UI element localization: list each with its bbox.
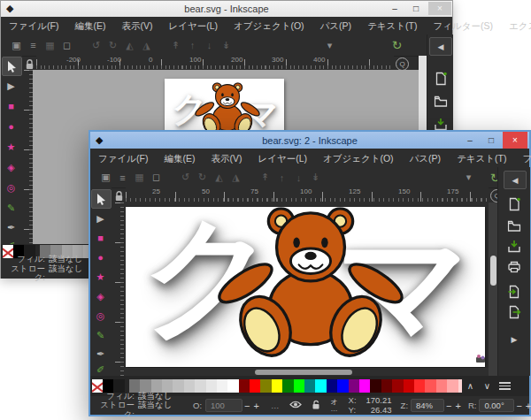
selector-tool[interactable]: [91, 189, 112, 209]
palette-swatch[interactable]: [359, 379, 370, 393]
select-all-icon[interactable]: ▣: [97, 172, 114, 183]
scrollbar-thumb[interactable]: [490, 256, 496, 286]
stroke-value[interactable]: 該当なし: [49, 264, 82, 283]
palette-swatch[interactable]: [173, 379, 183, 393]
menu-extensions[interactable]: エクステンション(N): [501, 17, 531, 34]
collapse-panel-button[interactable]: ◀: [429, 37, 452, 56]
menu-filters[interactable]: フィルター(S): [515, 149, 531, 167]
dropdown-icon[interactable]: ▾: [321, 40, 338, 51]
menu-path[interactable]: パス(P): [312, 17, 360, 34]
rectangle-tool[interactable]: ■: [2, 97, 20, 115]
open-document-icon[interactable]: [434, 95, 447, 111]
menu-filters[interactable]: フィルター(S): [426, 17, 501, 34]
menu-text[interactable]: テキスト(T): [359, 17, 425, 34]
cms-toggle-icon[interactable]: [475, 351, 486, 367]
minimize-button[interactable]: –: [460, 134, 480, 147]
maximize-button[interactable]: □: [406, 2, 426, 15]
rotate-cw-icon[interactable]: ↻: [194, 172, 211, 183]
deselect-icon[interactable]: ▦: [131, 172, 148, 183]
palette-swatch[interactable]: [294, 379, 304, 393]
palette-swatch[interactable]: [184, 379, 195, 393]
palette-swatch[interactable]: [250, 379, 260, 393]
palette-swatch[interactable]: [447, 379, 458, 393]
palette-swatch[interactable]: [315, 379, 326, 393]
layer-lock-icon[interactable]: [311, 400, 321, 412]
vertical-ruler[interactable]: [112, 202, 125, 376]
calligraphy-tool[interactable]: ✒: [2, 218, 20, 236]
flip-horizontal-icon[interactable]: ◭: [211, 172, 227, 183]
zoom-plus-button[interactable]: +: [453, 401, 462, 411]
ellipse-tool[interactable]: ●: [2, 118, 20, 135]
select-all-layers-icon[interactable]: ≡: [114, 172, 131, 183]
save-document-icon[interactable]: [508, 240, 521, 256]
rotate-document-icon[interactable]: ↻: [389, 38, 405, 52]
menu-object[interactable]: オブジェクト(O): [226, 17, 312, 34]
canvas-area[interactable]: ク マ: [124, 202, 489, 376]
palette-swatch[interactable]: [195, 379, 205, 393]
palette-swatch[interactable]: [404, 379, 414, 393]
star-tool[interactable]: ★: [2, 138, 20, 156]
pencil-tool[interactable]: ✎: [91, 326, 110, 344]
raise-icon[interactable]: ↑: [184, 40, 201, 50]
palette-swatch[interactable]: [425, 379, 435, 393]
palette-swatch[interactable]: [304, 379, 315, 393]
raise-to-top-icon[interactable]: ↟: [167, 40, 184, 51]
palette-swatch[interactable]: [272, 379, 282, 393]
palette-swatch[interactable]: [436, 379, 447, 393]
node-tool[interactable]: ▶: [91, 210, 110, 227]
pencil-tool[interactable]: ✎: [2, 199, 20, 217]
opacity-plus-button[interactable]: +: [251, 401, 260, 411]
vertical-scrollbar[interactable]: [489, 202, 497, 376]
calligraphy-tool[interactable]: ✒: [91, 345, 110, 363]
lower-to-bottom-icon[interactable]: ↡: [307, 172, 324, 183]
node-tool[interactable]: ▶: [2, 77, 20, 95]
select-all-layers-icon[interactable]: ≡: [25, 40, 42, 50]
menu-view[interactable]: 表示(V): [203, 149, 250, 167]
bbox-toggle-icon[interactable]: ◻: [148, 172, 165, 183]
menu-file[interactable]: ファイル(F): [1, 17, 66, 34]
spiral-tool[interactable]: ◎: [91, 307, 110, 325]
palette-swatch[interactable]: [327, 379, 337, 393]
palette-swatch[interactable]: [239, 379, 250, 393]
maximize-button[interactable]: □: [481, 134, 501, 147]
menu-layer[interactable]: レイヤー(L): [160, 17, 226, 34]
opacity-input[interactable]: 100: [205, 399, 242, 412]
palette-swatch[interactable]: [217, 379, 227, 393]
palette-swatch[interactable]: [206, 379, 217, 393]
menu-edit[interactable]: 編集(E): [156, 149, 203, 167]
titlebar[interactable]: ◆ bear.svg - Inkscape – □ ×: [1, 1, 452, 17]
bear-drawing[interactable]: [207, 207, 414, 363]
palette-swatch[interactable]: [370, 379, 381, 393]
export-icon[interactable]: [508, 305, 521, 323]
menu-text[interactable]: テキスト(T): [449, 149, 514, 167]
lower-icon[interactable]: ↓: [201, 40, 218, 50]
box3d-tool[interactable]: ◈: [2, 158, 20, 176]
menu-file[interactable]: ファイル(F): [90, 149, 156, 167]
layer-selector[interactable]: オ …: [330, 399, 337, 413]
open-document-icon[interactable]: [508, 219, 521, 235]
rotation-minus-button[interactable]: −: [514, 401, 523, 411]
close-button[interactable]: ×: [428, 2, 451, 15]
scrollbar-thumb[interactable]: [255, 370, 352, 375]
bbox-toggle-icon[interactable]: ◻: [58, 40, 75, 51]
print-icon[interactable]: [508, 261, 521, 277]
import-icon[interactable]: [508, 285, 521, 302]
deselect-icon[interactable]: ▦: [42, 40, 58, 51]
flip-horizontal-icon[interactable]: ◭: [121, 40, 138, 51]
opacity-minus-button[interactable]: −: [242, 401, 251, 411]
new-document-icon[interactable]: [508, 197, 520, 215]
new-document-icon[interactable]: [435, 72, 447, 89]
rectangle-tool[interactable]: ■: [91, 229, 110, 247]
palette-swatch[interactable]: [282, 379, 293, 393]
menu-layer[interactable]: レイヤー(L): [250, 149, 315, 167]
palette-swatch[interactable]: [337, 379, 348, 393]
ruler-lock-icon[interactable]: [114, 190, 124, 203]
box3d-tool[interactable]: ◈: [91, 287, 110, 305]
palette-swatch[interactable]: [381, 379, 392, 393]
raise-icon[interactable]: ↑: [273, 172, 290, 183]
zoom-ratio-icon[interactable]: Q: [396, 57, 409, 71]
raise-to-top-icon[interactable]: ↟: [257, 172, 273, 183]
horizontal-ruler[interactable]: 25 50 75 100 125 150 175: [126, 187, 489, 202]
zoom-minus-button[interactable]: −: [444, 401, 453, 411]
horizontal-scrollbar[interactable]: [124, 368, 489, 376]
